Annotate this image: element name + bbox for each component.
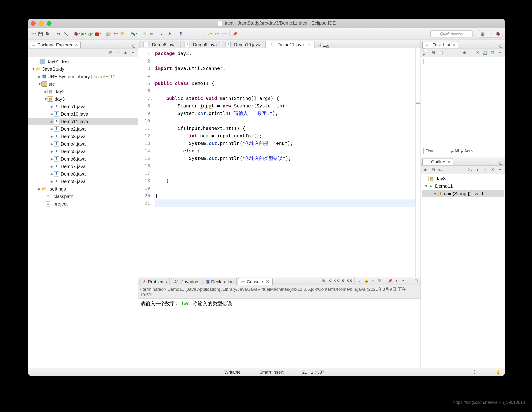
java-file-node[interactable]: Demo7.java [28,163,138,170]
debug-perspective-button[interactable]: 🐞 [495,31,501,37]
close-icon[interactable]: ✕ [266,279,269,284]
pin-button[interactable]: 📌 [232,31,238,37]
disclosure-icon[interactable] [50,148,54,155]
java-file-node[interactable]: Demo6.java [28,155,138,163]
terminate-relaunch-button[interactable]: ▦ [320,278,326,283]
outline-package-node[interactable]: day3 [422,175,504,182]
pilcrow-button[interactable]: ¶ [178,31,184,37]
disclosure-icon[interactable] [38,81,41,88]
disclosure-icon[interactable] [44,88,48,95]
task-list-tab[interactable]: Task List✕ [422,41,458,48]
disclosure-icon[interactable] [50,163,54,170]
last-edit-button[interactable]: ↩ [207,31,213,37]
minimize-editor-button[interactable]: — [323,45,326,48]
categorize-button[interactable]: ⊞ [430,50,436,56]
hide-local-button[interactable]: ✕ [490,167,495,173]
maximize-view-button[interactable]: ▢ [498,43,503,48]
hide-fields-button[interactable]: ✕s [467,167,473,173]
javadoc-tab[interactable]: @Javadoc [171,278,201,285]
close-icon[interactable]: ✕ [307,42,311,47]
hide-button[interactable]: ▥ [490,50,495,56]
show-whitespace-button[interactable]: ✱ [167,31,173,37]
display-selected-button[interactable]: ▾ [394,278,399,283]
terminate-all-button[interactable]: ✖✖ [333,278,339,283]
search-button[interactable]: 🔦 [131,31,137,37]
trim-handle-icon[interactable]: ⋮ [472,369,477,375]
toggle-breadcrumb-button[interactable]: ⇆ [56,31,62,37]
scroll-lock-button[interactable]: 🔒 [364,278,369,283]
java-perspective-button[interactable]: ♨ [487,31,493,37]
classpath-node[interactable]: .classpath [28,193,138,200]
java-file-node-selected[interactable]: Demo11.java [28,118,138,125]
close-icon[interactable]: ✕ [447,160,450,164]
minimize-view-button[interactable]: — [124,43,130,48]
save-button[interactable]: 💾 [38,31,44,37]
sync-button[interactable]: 🔄 [482,50,488,56]
hide-static-button[interactable]: ● [475,167,480,173]
disclosure-icon[interactable] [50,133,54,140]
external-tools-button[interactable]: 🧰 [95,31,101,37]
debug-button[interactable]: 🐞 [74,31,80,37]
perspective-switcher[interactable]: ▦ ♨ 🐞 [478,30,503,38]
run-button[interactable]: ▶ [81,31,87,37]
disclosure-icon[interactable] [38,185,41,192]
task-find-input[interactable] [423,148,449,154]
window-minimize-button[interactable] [39,21,44,26]
clear-console-button[interactable]: 🧹 [357,278,363,283]
problems-tab[interactable]: ⚠Problems [140,278,170,285]
collapse-all-button[interactable]: ⊟ [108,50,113,56]
java-file-node[interactable]: Demo10.java [28,110,138,118]
disclosure-icon[interactable] [50,178,54,185]
minimize-view-button[interactable]: — [492,160,497,165]
close-icon[interactable]: ✕ [75,43,78,47]
collapse-all-button[interactable]: ✕ [475,50,480,56]
remove-launch-button[interactable]: ✖ [340,278,346,283]
maximize-editor-button[interactable]: ▢ [326,45,329,48]
view-menu-button[interactable]: ▾ [497,50,503,56]
open-console-button[interactable]: ▾ [400,278,406,283]
disclosure-icon[interactable] [50,155,54,162]
declaration-tab[interactable]: ▣Declaration [202,278,237,285]
disclosure-icon[interactable] [44,95,48,103]
sort-alpha-button[interactable]: a↓z [438,167,444,173]
all-link[interactable]: All [451,149,459,154]
show-console-button[interactable]: ▥ [377,278,382,283]
toggle-mark-button[interactable]: ✎ [142,31,148,37]
view-menu-button[interactable]: ▾ [130,50,136,56]
maximize-view-button[interactable]: ▢ [131,43,136,48]
warning-overview-marker[interactable] [416,103,420,104]
disclosure-icon[interactable] [50,103,54,110]
tab-overflow-button[interactable]: »7 [316,43,323,48]
pin-console-button[interactable]: 📌 [387,278,393,283]
jre-node[interactable]: JRE System Library [JavaSE-11] [28,73,138,80]
schedule-button[interactable]: 📑 [438,50,444,56]
terminate-button[interactable]: ✖ [327,278,332,283]
activate-link[interactable]: Activ... [461,149,476,154]
prev-annotation-button[interactable]: ↓ [189,31,195,37]
coverage-button[interactable]: ◑ [88,31,94,37]
java-file-node[interactable]: Demo1.java [28,103,138,110]
java-file-node[interactable]: Demo8.java [28,170,138,178]
editor-tab[interactable]: Demo10.java [222,41,264,48]
editor-area[interactable]: 1234 56 7⊖ ⚠8 9101112 13141516 17181920 … [138,48,420,277]
minimize-view-button[interactable]: — [492,43,497,48]
java-file-node[interactable]: Demo3.java [28,133,138,140]
overview-ruler[interactable] [415,48,420,277]
hide-nonpublic-button[interactable]: ✕ [482,167,488,173]
quick-access-field[interactable]: Quick Access [430,30,473,37]
maximize-view-button[interactable]: ▢ [498,160,503,165]
view-menu-button[interactable]: ▾ [497,167,503,173]
next-annotation-button[interactable]: ↑ [196,31,202,37]
outline-tab[interactable]: Outline✕ [422,158,453,165]
package-explorer-tab[interactable]: Package Explorer ✕ [30,41,81,48]
editor-tab[interactable]: Demo8.java [140,41,179,48]
console-tab[interactable]: ▭Console✕ [238,278,273,285]
disclosure-icon[interactable] [50,140,54,148]
project-node[interactable]: JavaStudy [28,65,138,73]
code-editor[interactable]: package day3; import java.util.Scanner; … [152,48,415,277]
new-task-button[interactable]: 📄▾ [423,50,428,56]
package-node[interactable]: day2 [28,88,138,95]
focus-task-button[interactable]: ◉ [123,50,128,56]
link-editor-button[interactable]: ⇆ [115,50,121,56]
outline-method-node[interactable]: ●S main(String[]) : void [422,190,504,197]
